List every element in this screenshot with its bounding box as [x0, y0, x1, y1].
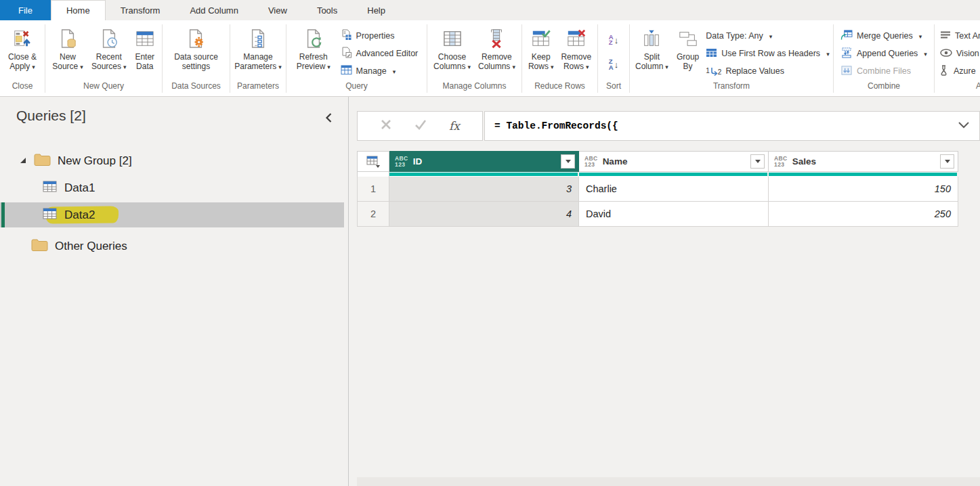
keep-rows-button[interactable]: KeepRows — [527, 25, 555, 72]
tree-item-new-group[interactable]: New Group [2] — [0, 151, 344, 171]
tab-view[interactable]: View — [253, 0, 302, 20]
column-header-sales[interactable]: ABC123 Sales — [769, 151, 958, 172]
remove-rows-button[interactable]: RemoveRows — [559, 25, 593, 72]
tab-transform[interactable]: Transform — [106, 0, 175, 20]
ribbon-home: Close &Apply Close NewSource RecentSou — [0, 20, 980, 97]
formula-input[interactable]: = Table.FromRecords({ — [484, 111, 980, 141]
remove-columns-label-1: Remove — [482, 52, 512, 62]
properties-button[interactable]: Properties — [341, 27, 419, 45]
collapse-pane-icon[interactable] — [324, 112, 333, 127]
cell-sales[interactable]: 150 — [769, 177, 958, 202]
tree-item-data1[interactable]: Data1 — [0, 178, 344, 198]
manage-parameters-label-2: Parameters — [234, 62, 276, 71]
ribbon-group-ai-insights: Text An Vision Azure A — [935, 20, 980, 96]
recent-sources-button[interactable]: RecentSources — [90, 25, 128, 72]
accept-formula-icon[interactable] — [414, 119, 427, 133]
column-header-name[interactable]: ABC123 Name — [579, 151, 769, 172]
refresh-preview-button[interactable]: RefreshPreview — [295, 25, 332, 72]
cell-name[interactable]: Charlie — [579, 177, 769, 202]
cell-sales[interactable]: 250 — [769, 202, 958, 227]
manage-icon — [341, 65, 352, 77]
split-column-label-2: Column — [635, 62, 663, 71]
manage-label: Manage — [356, 66, 387, 76]
tab-help[interactable]: Help — [352, 0, 400, 20]
split-column-label-1: Split — [644, 52, 660, 62]
properties-icon — [341, 29, 352, 43]
choose-columns-button[interactable]: ChooseColumns — [432, 25, 472, 72]
new-source-button[interactable]: NewSource — [51, 25, 85, 72]
formula-text[interactable]: = Table.FromRecords({ — [494, 120, 618, 131]
expand-triangle-icon[interactable] — [19, 154, 27, 168]
ribbon-group-close: Close &Apply Close — [0, 20, 45, 96]
dropdown-caret-icon — [510, 62, 515, 71]
sort-descending-button[interactable]: ZA↓ — [609, 58, 618, 72]
enter-data-button[interactable]: EnterData — [133, 25, 156, 71]
tab-home[interactable]: Home — [51, 0, 106, 20]
merge-queries-button[interactable]: Merge Queries — [840, 27, 927, 45]
tree-item-other-queries[interactable]: Other Queries — [0, 236, 344, 257]
ribbon-group-query: RefreshPreview Properties Advanced Edito… — [286, 20, 427, 96]
row-number[interactable]: 1 — [357, 177, 389, 202]
manage-parameters-button[interactable]: ManageParameters — [233, 25, 283, 72]
horizontal-scrollbar[interactable] — [357, 477, 980, 486]
vision-button[interactable]: Vision — [940, 45, 980, 62]
row-number[interactable]: 2 — [357, 202, 389, 227]
select-all-button[interactable] — [357, 151, 389, 172]
data-type-label: Data Type: Any — [706, 31, 763, 41]
cell-name[interactable]: David — [579, 202, 769, 227]
tab-add-column[interactable]: Add Column — [175, 0, 253, 20]
cancel-formula-icon[interactable] — [380, 118, 392, 133]
sort-az-icon: AZ — [609, 35, 614, 46]
column-quality-bar — [769, 172, 957, 177]
type-badge-text: ABC123 — [584, 156, 598, 167]
tab-file[interactable]: File — [0, 0, 51, 20]
close-and-apply-button[interactable]: Close &Apply — [7, 25, 38, 72]
append-queries-button[interactable]: Append Queries — [840, 45, 927, 62]
formula-expand-chevron-icon[interactable] — [958, 120, 970, 132]
group-by-button[interactable]: GroupBy — [675, 25, 700, 71]
dropdown-caret-icon — [917, 31, 922, 41]
manage-button[interactable]: Manage — [341, 62, 419, 80]
azure-ml-button[interactable]: Azure — [940, 62, 980, 80]
column-header-id[interactable]: ABC123 ID — [389, 151, 579, 172]
fx-icon[interactable]: fx — [449, 119, 460, 133]
tree-item-label: New Group [2] — [58, 154, 132, 168]
group-label-close: Close — [0, 80, 45, 96]
filter-triangle-icon — [566, 160, 571, 163]
recent-sources-label-2: Sources — [91, 62, 121, 71]
split-column-button[interactable]: SplitColumn — [634, 25, 670, 72]
cell-id[interactable]: 4 — [389, 202, 579, 227]
new-source-icon — [58, 25, 77, 52]
refresh-preview-icon — [304, 25, 323, 52]
replace-values-button[interactable]: 12 Replace Values — [706, 62, 829, 80]
use-first-row-icon — [706, 48, 717, 60]
data-source-settings-button[interactable]: Data sourcesettings — [173, 25, 219, 71]
remove-columns-button[interactable]: RemoveColumns — [477, 25, 517, 72]
text-analytics-button[interactable]: Text An — [940, 27, 980, 45]
filter-dropdown-button[interactable] — [940, 154, 954, 169]
dropdown-caret-icon — [922, 49, 927, 58]
data-source-settings-icon — [186, 25, 205, 52]
type-badge-text: ABC123 — [774, 156, 788, 167]
advanced-editor-button[interactable]: Advanced Editor — [341, 45, 419, 62]
combine-files-button[interactable]: Combine Files — [840, 62, 927, 80]
tree-item-data2[interactable]: Data2 — [0, 202, 344, 227]
filter-dropdown-button[interactable] — [750, 154, 765, 169]
azure-ml-flask-icon — [940, 65, 950, 78]
azure-ml-label: Azure — [954, 66, 976, 76]
dropdown-caret-icon — [824, 49, 830, 58]
dropdown-caret-icon — [465, 62, 471, 71]
column-name: Sales — [792, 156, 935, 167]
sort-ascending-button[interactable]: AZ↓ — [609, 32, 618, 47]
data-type-button[interactable]: Data Type: Any — [706, 27, 829, 45]
ribbon-group-manage-columns: ChooseColumns RemoveColumns Manage Colum… — [427, 20, 521, 96]
new-source-label-1: New — [60, 52, 76, 62]
dropdown-caret-icon — [584, 62, 589, 71]
tab-tools[interactable]: Tools — [302, 0, 352, 20]
group-label-new-query: New Query — [45, 80, 162, 96]
filter-dropdown-button[interactable] — [561, 154, 575, 169]
use-first-row-as-headers-button[interactable]: Use First Row as Headers — [706, 45, 829, 62]
filter-triangle-icon — [945, 160, 950, 163]
cell-id[interactable]: 3 — [389, 177, 579, 202]
ribbon-group-sort: AZ↓ ZA↓ Sort — [598, 20, 629, 96]
